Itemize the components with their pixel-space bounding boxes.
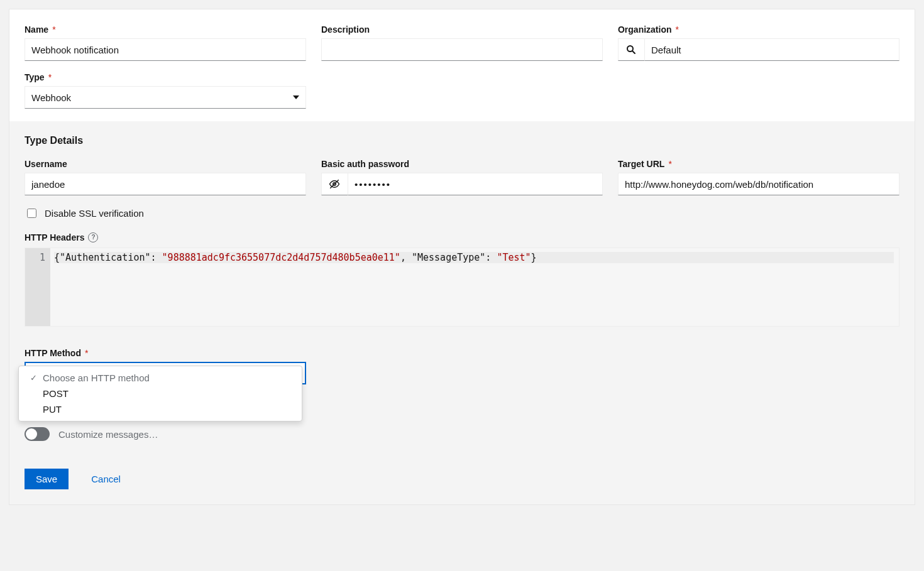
http-method-option-post[interactable]: POST: [19, 386, 302, 401]
disable-ssl-label: Disable SSL verification: [45, 208, 144, 219]
check-icon: ✓: [30, 373, 38, 383]
field-http-method: HTTP Method* ✓ Choose an HTTP method POS…: [25, 348, 899, 384]
target-url-label: Target URL*: [618, 159, 899, 169]
field-description: Description: [321, 24, 603, 61]
caret-down-icon: [293, 95, 299, 99]
type-label: Type*: [25, 72, 306, 82]
organization-label: Organization*: [618, 24, 899, 35]
disable-ssl-checkbox[interactable]: [27, 209, 36, 218]
form-card: Name* Description Organization*: [9, 9, 915, 505]
organization-input[interactable]: [644, 38, 899, 61]
customize-messages-row: Customize messages…: [25, 427, 899, 441]
name-label: Name*: [25, 24, 306, 35]
cancel-button[interactable]: Cancel: [87, 473, 124, 485]
field-name: Name*: [25, 24, 306, 61]
target-url-input[interactable]: [618, 173, 899, 195]
http-method-label: HTTP Method*: [25, 348, 899, 358]
username-input[interactable]: [25, 173, 306, 195]
section-basic: Name* Description Organization*: [9, 9, 915, 121]
form-footer: Save Cancel: [25, 469, 899, 489]
type-select-value: Webhook: [31, 92, 71, 103]
description-label: Description: [321, 24, 603, 35]
http-method-dropdown: ✓ Choose an HTTP method POST PUT: [18, 366, 302, 421]
help-icon[interactable]: ?: [88, 232, 98, 242]
password-label: Basic auth password: [321, 159, 603, 169]
http-method-option-put[interactable]: PUT: [19, 401, 302, 417]
customize-messages-label: Customize messages…: [58, 429, 158, 440]
code-gutter: 1: [25, 248, 50, 326]
type-details-heading: Type Details: [25, 135, 899, 146]
username-label: Username: [25, 159, 306, 169]
http-method-placeholder: ✓ Choose an HTTP method: [19, 370, 302, 386]
password-reveal-button[interactable]: [321, 173, 348, 195]
section-type-details: Type Details Username Basic auth passwor…: [9, 121, 915, 504]
password-input[interactable]: ••••••••: [348, 173, 603, 195]
save-button[interactable]: Save: [25, 469, 69, 489]
http-headers-editor[interactable]: 1 {"Authentication": "988881adc9fc365507…: [25, 247, 899, 327]
name-input[interactable]: [25, 38, 306, 61]
type-select[interactable]: Webhook: [25, 86, 306, 109]
field-organization: Organization*: [618, 24, 899, 61]
code-body[interactable]: {"Authentication": "988881adc9fc3655077d…: [50, 248, 899, 326]
eye-off-icon: [329, 178, 340, 190]
description-input[interactable]: [321, 38, 603, 61]
customize-messages-toggle[interactable]: [25, 427, 50, 441]
http-headers-label: HTTP Headers ?: [25, 232, 899, 242]
field-username: Username: [25, 159, 306, 195]
field-target-url: Target URL*: [618, 159, 899, 195]
organization-search-button[interactable]: [618, 38, 644, 61]
toggle-knob: [26, 428, 37, 440]
search-icon: [626, 45, 636, 55]
field-disable-ssl: Disable SSL verification: [25, 207, 899, 220]
field-type: Type* Webhook: [25, 72, 306, 109]
svg-line-1: [633, 51, 635, 53]
field-password: Basic auth password ••••••••: [321, 159, 603, 195]
